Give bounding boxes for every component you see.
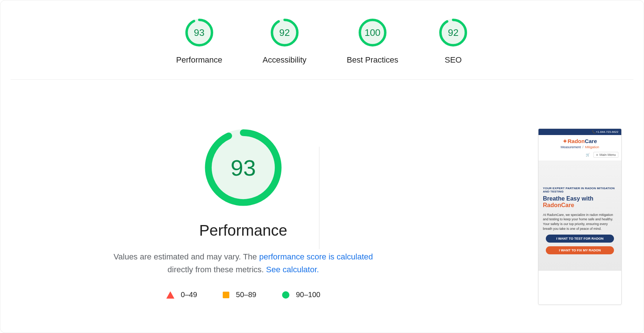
gauge-ring-icon: 92 bbox=[438, 18, 468, 47]
hamburger-icon: ≡ bbox=[596, 153, 598, 157]
thumb-logo-part1: Radon bbox=[567, 138, 585, 144]
thumb-logo: ✦RadonCare bbox=[538, 135, 621, 145]
gauge-score: 100 bbox=[358, 18, 387, 47]
category-description: Values are estimated and may vary. The p… bbox=[108, 250, 379, 276]
thumb-tagline: Measurement / Mitigation bbox=[538, 145, 621, 149]
thumb-tag-2: Mitigation bbox=[585, 145, 599, 149]
legend-label: 50–89 bbox=[236, 291, 256, 299]
link-see-calculator[interactable]: See calculator. bbox=[266, 265, 319, 274]
lighthouse-report: 93 Performance 92 Accessibility bbox=[0, 0, 644, 333]
big-gauge-score: 93 bbox=[203, 127, 284, 208]
performance-detail-left: 93 Performance Values are estimated and … bbox=[15, 124, 629, 299]
legend-average: 50–89 bbox=[223, 291, 256, 299]
gauge-ring-icon: 92 bbox=[270, 18, 299, 47]
thumb-headline: Breathe Easy with RadonCare bbox=[543, 195, 617, 209]
thumb-hero: YOUR EXPERT PARTNER IN RADON MITIGATION … bbox=[538, 161, 621, 271]
gauge-seo[interactable]: 92 SEO bbox=[438, 18, 468, 65]
gauge-accessibility[interactable]: 92 Accessibility bbox=[263, 18, 307, 65]
big-gauge-ring-icon: 93 bbox=[203, 127, 284, 208]
vertical-separator bbox=[319, 147, 319, 249]
circle-pass-icon bbox=[282, 291, 289, 299]
thumb-phone: +1-844-723-6622 bbox=[596, 130, 618, 134]
logo-icon: ✦ bbox=[563, 138, 567, 144]
gauge-ring-icon: 93 bbox=[185, 18, 214, 47]
gauge-best-practices[interactable]: 100 Best Practices bbox=[347, 18, 399, 65]
legend-label: 0–49 bbox=[181, 291, 197, 299]
gauge-label: Best Practices bbox=[347, 55, 399, 65]
thumb-logo-part2: Care bbox=[585, 138, 597, 144]
gauge-score: 92 bbox=[270, 18, 299, 47]
thumb-headline-1: Breathe Easy with bbox=[543, 195, 593, 202]
square-average-icon bbox=[223, 292, 229, 298]
thumb-tag-sep: / bbox=[582, 145, 584, 149]
thumb-main-menu: ≡ Main Menu bbox=[593, 152, 618, 158]
thumb-cta-fix: I WANT TO FIX MY RADON bbox=[546, 246, 614, 254]
thumb-cta-test: I WANT TO TEST FOR RADON bbox=[546, 235, 614, 243]
thumb-tag-1: Measurement bbox=[560, 145, 581, 149]
thumb-body: At RadonCare, we specialize in radon mit… bbox=[543, 213, 617, 231]
gauge-label: SEO bbox=[445, 55, 462, 65]
desc-text: Values are estimated and may vary. The bbox=[114, 252, 259, 261]
thumb-headline-2: RadonCare bbox=[543, 202, 574, 208]
gauge-performance[interactable]: 93 Performance bbox=[176, 18, 222, 65]
thumb-topbar: 📞+1-844-723-6622 bbox=[538, 129, 621, 135]
thumb-menu-label: Main Menu bbox=[599, 153, 616, 157]
desc-text: directly from these metrics. bbox=[167, 265, 266, 274]
legend-fail: 0–49 bbox=[166, 291, 197, 299]
gauge-score: 92 bbox=[438, 18, 468, 47]
thumb-eyebrow: YOUR EXPERT PARTNER IN RADON MITIGATION … bbox=[543, 187, 617, 193]
thumb-menubar: 🛒 ≡ Main Menu bbox=[538, 150, 621, 161]
category-title: Performance bbox=[199, 222, 287, 239]
page-screenshot-thumbnail: 📞+1-844-723-6622 ✦RadonCare Measurement … bbox=[538, 128, 622, 305]
gauge-label: Performance bbox=[176, 55, 222, 65]
triangle-fail-icon bbox=[166, 291, 174, 299]
summary-row: 93 Performance 92 Accessibility bbox=[11, 0, 633, 80]
phone-icon: 📞 bbox=[592, 130, 596, 134]
gauge-ring-icon: 100 bbox=[358, 18, 387, 47]
cart-icon: 🛒 bbox=[586, 153, 590, 157]
legend-label: 90–100 bbox=[296, 291, 321, 299]
gauge-score: 93 bbox=[185, 18, 214, 47]
link-score-calculated[interactable]: performance score is calculated bbox=[259, 252, 373, 261]
gauge-label: Accessibility bbox=[263, 55, 307, 65]
score-legend: 0–49 50–89 90–100 bbox=[166, 291, 321, 299]
legend-pass: 90–100 bbox=[282, 291, 321, 299]
